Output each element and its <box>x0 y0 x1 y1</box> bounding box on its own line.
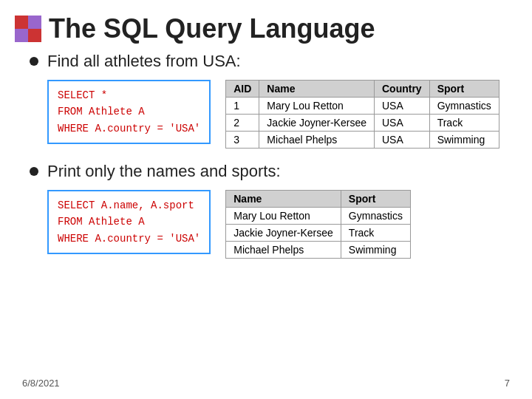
table-row: Michael PhelpsSwimming <box>226 242 411 259</box>
table-cell: Jackie Joyner-Kersee <box>259 115 375 132</box>
table-cell: USA <box>374 98 429 115</box>
code-line-1-3: WHERE A.country = 'USA' <box>58 120 200 137</box>
code-line-2-2: FROM Athlete A <box>58 214 200 230</box>
table-row: 3Michael PhelpsUSASwimming <box>226 132 499 149</box>
table-cell: USA <box>374 115 429 132</box>
table-cell: 1 <box>226 98 259 115</box>
page-title: The SQL Query Language <box>49 13 375 44</box>
code-box-2: SELECT A.name, A.sport FROM Athlete A WH… <box>47 190 211 254</box>
table-1: AID Name Country Sport 1Mary Lou RettonU… <box>225 80 499 149</box>
content-area: Find all athletes from USA: SELECT * FRO… <box>0 52 532 259</box>
table-cell: USA <box>374 132 429 149</box>
table-cell: 2 <box>226 115 259 132</box>
table-cell: Michael Phelps <box>226 242 341 259</box>
bullet-section-1: Find all athletes from USA: SELECT * FRO… <box>30 52 502 149</box>
col-header-aid: AID <box>226 81 259 98</box>
code-table-row-1: SELECT * FROM Athlete A WHERE A.country … <box>30 80 502 149</box>
bullet-text-2: Print only the names and sports: <box>47 162 281 181</box>
table-cell: 3 <box>226 132 259 149</box>
bullet-heading-2: Print only the names and sports: <box>30 162 502 181</box>
table-2: Name Sport Mary Lou RettonGymnasticsJack… <box>225 190 411 259</box>
code-line-2-3: WHERE A.country = 'USA' <box>58 231 200 247</box>
logo-sq1 <box>15 16 28 29</box>
table-cell: Swimming <box>429 132 499 149</box>
code-table-row-2: SELECT A.name, A.sport FROM Athlete A WH… <box>30 190 502 259</box>
col2-header-name: Name <box>226 191 341 208</box>
footer-page: 7 <box>505 378 510 389</box>
bullet-heading-1: Find all athletes from USA: <box>30 52 502 71</box>
code-line-1-2: FROM Athlete A <box>58 103 200 120</box>
header: The SQL Query Language <box>0 0 532 52</box>
table-cell: Swimming <box>341 242 410 259</box>
logo-squares <box>15 16 41 42</box>
logo-sq4 <box>28 29 41 42</box>
code-line-1-1: SELECT * <box>58 87 200 103</box>
col2-header-sport: Sport <box>341 191 410 208</box>
logo-sq2 <box>28 16 41 29</box>
code-line-2-1: SELECT A.name, A.sport <box>58 197 200 214</box>
col-header-sport: Sport <box>429 81 499 98</box>
table-cell: Track <box>429 115 499 132</box>
table-row: Mary Lou RettonGymnastics <box>226 208 411 225</box>
code-box-1: SELECT * FROM Athlete A WHERE A.country … <box>47 80 211 144</box>
bullet-section-2: Print only the names and sports: SELECT … <box>30 162 502 259</box>
table-cell: Gymnastics <box>429 98 499 115</box>
col-header-name: Name <box>259 81 375 98</box>
table-cell: Gymnastics <box>341 208 410 225</box>
table-cell: Michael Phelps <box>259 132 375 149</box>
table-row: 2Jackie Joyner-KerseeUSATrack <box>226 115 499 132</box>
logo-sq3 <box>15 29 28 42</box>
table-row: Jackie Joyner-KerseeTrack <box>226 225 411 242</box>
table-row: 1Mary Lou RettonUSAGymnastics <box>226 98 499 115</box>
table-cell: Track <box>341 225 410 242</box>
footer-date: 6/8/2021 <box>22 378 60 389</box>
table-cell: Jackie Joyner-Kersee <box>226 225 341 242</box>
bullet-dot-2 <box>30 167 38 176</box>
table-cell: Mary Lou Retton <box>259 98 375 115</box>
bullet-text-1: Find all athletes from USA: <box>47 52 241 71</box>
bullet-dot-1 <box>30 57 38 66</box>
table-cell: Mary Lou Retton <box>226 208 341 225</box>
col-header-country: Country <box>374 81 429 98</box>
